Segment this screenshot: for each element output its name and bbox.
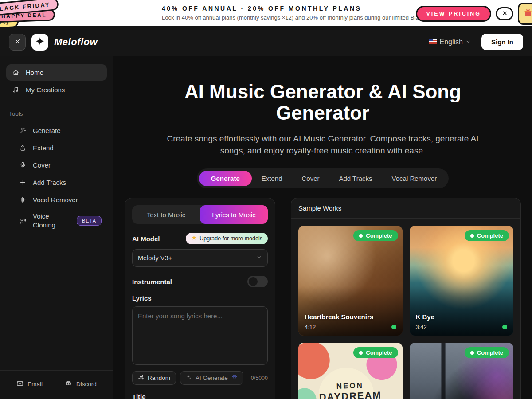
promo-headline: 40% OFF ANNUAL · 20% OFF MONTHLY PLANS bbox=[162, 5, 454, 12]
upload-icon bbox=[19, 144, 27, 152]
random-button-label: Random bbox=[148, 375, 170, 381]
sample-card[interactable]: NEON DAYDREAM WILD HEARTS & PLASTIC FLOW… bbox=[298, 343, 403, 399]
sidebar-item-label: Add Tracks bbox=[33, 179, 66, 186]
model-select[interactable]: Melody V3+ bbox=[132, 249, 268, 267]
gift-icon bbox=[523, 8, 532, 20]
sample-works-panel: Sample Works Complete Heartbreak Souveni… bbox=[291, 198, 521, 399]
sample-card[interactable]: Complete Heartbreak Souvenirs 4:12 bbox=[298, 226, 403, 336]
email-link[interactable]: Email bbox=[16, 379, 43, 388]
sidebar-item-generate[interactable]: Generate bbox=[6, 122, 107, 139]
tab-cover[interactable]: Cover bbox=[292, 171, 329, 186]
sidebar-item-voice-cloning[interactable]: Voice Cloning BETA bbox=[6, 209, 107, 233]
lyrics-actions: Random AI Generate 0/5000 bbox=[132, 371, 268, 385]
status-label: Complete bbox=[477, 349, 503, 356]
sidebar-toggle-button[interactable] bbox=[9, 34, 26, 51]
page-title: AI Music Generator & AI Song Generator bbox=[150, 81, 496, 124]
instrumental-toggle[interactable] bbox=[247, 276, 268, 287]
promo-badges: BLACK FRIDAY HAPPY DEAL party bbox=[0, 0, 80, 27]
sidebar-item-vocal-remover[interactable]: Vocal Remover bbox=[6, 192, 107, 208]
status-badge: Complete bbox=[465, 347, 509, 358]
language-selector[interactable]: English bbox=[429, 38, 471, 46]
lyrics-label: Lyrics bbox=[132, 294, 152, 302]
sidebar-item-label: Home bbox=[26, 69, 43, 76]
track-duration: 3:42 bbox=[416, 324, 427, 330]
promo-actions: VIEW PRICING bbox=[416, 0, 532, 27]
instrumental-row: Instrumental bbox=[132, 276, 268, 287]
email-label: Email bbox=[27, 381, 43, 387]
header-right: English Sign In bbox=[429, 34, 523, 50]
view-pricing-button[interactable]: VIEW PRICING bbox=[416, 6, 491, 22]
voice-icon bbox=[19, 217, 27, 225]
chevron-down-icon bbox=[466, 38, 471, 46]
sidebar-item-label: Vocal Remover bbox=[33, 196, 78, 203]
tab-vocal-remover[interactable]: Vocal Remover bbox=[382, 171, 447, 186]
page-subtitle: Create songs effortlessly with our AI Mu… bbox=[154, 133, 491, 157]
lyrics-to-music-tab[interactable]: Lyrics to Music bbox=[200, 205, 268, 224]
beta-badge: BETA bbox=[77, 216, 102, 226]
tools-section-label: Tools bbox=[9, 110, 104, 117]
title-label-row: Title bbox=[132, 393, 268, 399]
sidebar-item-label: Generate bbox=[33, 127, 61, 134]
tab-add-tracks[interactable]: Add Tracks bbox=[329, 171, 382, 186]
waveform-icon bbox=[19, 196, 27, 203]
sidebar-item-label: Voice Cloning bbox=[33, 212, 66, 230]
sample-card[interactable]: Complete K Bye 3:42 bbox=[410, 226, 514, 336]
sample-card[interactable]: Complete bbox=[410, 343, 514, 399]
sample-works-title: Sample Works bbox=[291, 198, 520, 219]
chevron-down-icon bbox=[256, 254, 262, 262]
status-dot-icon bbox=[470, 234, 474, 238]
status-dot-icon bbox=[359, 234, 363, 238]
tab-extend[interactable]: Extend bbox=[252, 171, 292, 186]
ai-generate-label: AI Generate bbox=[196, 375, 228, 381]
promo-subtext: Lock in 40% off annual plans (monthly sa… bbox=[162, 14, 454, 21]
status-dot-icon bbox=[359, 351, 363, 355]
status-badge: Complete bbox=[353, 347, 398, 358]
track-title: Heartbreak Souvenirs bbox=[305, 313, 373, 321]
ready-dot-icon bbox=[502, 325, 507, 329]
model-select-value: Melody V3+ bbox=[138, 254, 172, 262]
discord-link[interactable]: Discord bbox=[65, 379, 97, 388]
page: BLACK FRIDAY HAPPY DEAL party 40% OFF AN… bbox=[0, 0, 532, 399]
wand-icon bbox=[19, 127, 27, 134]
lyrics-label-row: Lyrics bbox=[132, 294, 268, 302]
ai-model-row: AI Model Upgrade for more models bbox=[132, 233, 268, 244]
close-icon bbox=[14, 38, 21, 46]
generator-panel: Text to Music Lyrics to Music AI Model U… bbox=[125, 198, 275, 399]
tab-generate[interactable]: Generate bbox=[199, 171, 252, 186]
sidebar-item-add-tracks[interactable]: Add Tracks bbox=[6, 174, 107, 191]
body-row: Home My Creations Tools Generate Extend bbox=[0, 56, 532, 399]
sidebar-item-home[interactable]: Home bbox=[6, 64, 107, 81]
track-title: K Bye bbox=[416, 313, 435, 321]
toggle-knob bbox=[249, 277, 258, 286]
status-badge: Complete bbox=[353, 230, 398, 241]
star-icon bbox=[191, 235, 197, 242]
status-dot-icon bbox=[470, 351, 474, 355]
status-label: Complete bbox=[477, 232, 503, 239]
ai-generate-button[interactable]: AI Generate bbox=[180, 371, 243, 385]
sidebar-footer: Email Discord bbox=[0, 370, 113, 399]
text-to-music-tab[interactable]: Text to Music bbox=[132, 205, 200, 224]
promo-text: 40% OFF ANNUAL · 20% OFF MONTHLY PLANS L… bbox=[162, 5, 454, 21]
sidebar-item-extend[interactable]: Extend bbox=[6, 140, 107, 156]
instrumental-label: Instrumental bbox=[132, 278, 172, 286]
sparkles-icon bbox=[186, 374, 192, 382]
sidebar-item-my-creations[interactable]: My Creations bbox=[6, 82, 107, 98]
diamond-icon bbox=[231, 374, 238, 382]
upgrade-badge[interactable]: Upgrade for more models bbox=[186, 233, 268, 244]
shuffle-icon bbox=[138, 374, 144, 382]
status-badge: Complete bbox=[465, 230, 509, 241]
email-icon bbox=[16, 380, 23, 388]
sign-in-button[interactable]: Sign In bbox=[481, 34, 523, 50]
cover-art-text: NEON DAYDREAM WILD HEARTS & PLASTIC FLOW… bbox=[298, 380, 403, 399]
lyrics-input[interactable] bbox=[132, 306, 268, 365]
brand-logo[interactable] bbox=[31, 34, 48, 51]
promo-close-button[interactable] bbox=[496, 7, 513, 20]
discord-icon bbox=[65, 379, 72, 388]
sidebar: Home My Creations Tools Generate Extend bbox=[0, 56, 113, 399]
gift-promo-tab[interactable] bbox=[518, 3, 532, 25]
status-label: Complete bbox=[366, 349, 392, 356]
random-button[interactable]: Random bbox=[132, 371, 176, 385]
sidebar-item-label: Extend bbox=[33, 144, 54, 152]
sidebar-item-cover[interactable]: Cover bbox=[6, 157, 107, 173]
sidebar-item-label: My Creations bbox=[26, 86, 65, 94]
